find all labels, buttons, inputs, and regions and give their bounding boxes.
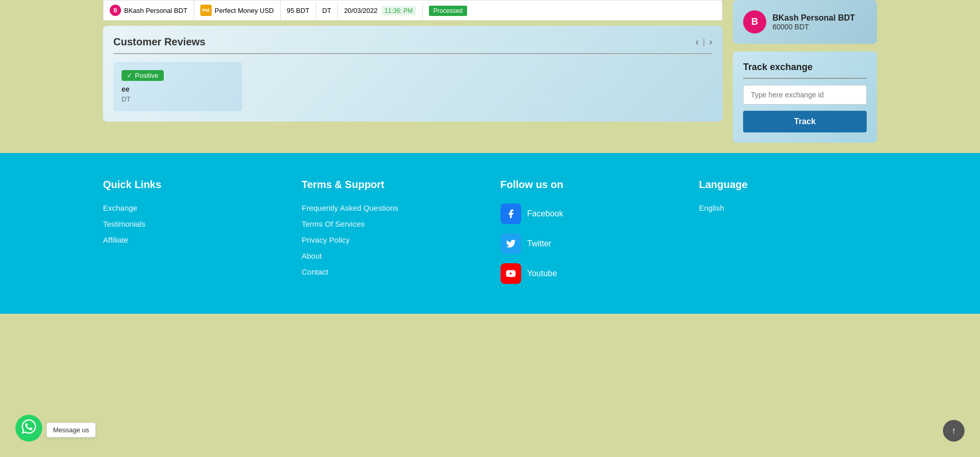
footer-col-language: Language English [699, 179, 877, 293]
social-twitter[interactable]: Twitter [501, 233, 679, 254]
sentiment-label: Positive [135, 72, 159, 79]
reviews-next-button[interactable]: › [709, 37, 712, 47]
review-type: DT [122, 95, 234, 103]
bkash-card: B BKash Personal BDT 60000 BDT [733, 0, 877, 44]
quick-links-heading: Quick Links [103, 179, 281, 191]
footer-link-testimonials[interactable]: Testimonials [103, 219, 281, 228]
footer-link-affiliate[interactable]: Affiliate [103, 235, 281, 244]
youtube-label: Youtube [527, 269, 557, 278]
footer-link-faq[interactable]: Frequently Asked Questions [302, 204, 480, 212]
social-facebook[interactable]: Facebook [501, 204, 679, 224]
footer-link-tos[interactable]: Terms Of Services [302, 219, 480, 228]
footer-link-about[interactable]: About [302, 251, 480, 260]
reviews-nav: ‹ | › [696, 37, 712, 47]
footer-link-english[interactable]: English [699, 204, 877, 212]
bkash-name: BKash Personal BDT [772, 13, 855, 23]
cell-status: Processed [423, 3, 474, 19]
reviews-title: Customer Reviews [113, 36, 205, 48]
track-button[interactable]: Track [743, 111, 867, 132]
reviews-header: Customer Reviews ‹ | › [113, 36, 712, 54]
to-label: Perfect Money USD [215, 7, 274, 14]
check-icon: ✓ [127, 72, 132, 79]
twitter-label: Twitter [527, 239, 552, 248]
review-card: ✓ Positive ee DT [113, 62, 242, 111]
footer-link-exchange[interactable]: Exchange [103, 204, 281, 212]
facebook-label: Facebook [527, 209, 563, 218]
language-heading: Language [699, 179, 877, 191]
nav-divider: | [703, 38, 705, 47]
transaction-table: B BKash Personal BDT PM Perfect Money US… [103, 0, 723, 21]
footer-grid: Quick Links Exchange Testimonials Affili… [103, 179, 877, 293]
from-label: BKash Personal BDT [124, 7, 187, 14]
twitter-icon [501, 233, 521, 254]
footer-col-follow: Follow us on Facebook Twitter [501, 179, 679, 293]
facebook-icon [501, 204, 521, 224]
cell-date: 20/03/2022 11:36: PM [338, 3, 422, 19]
cell-from: B BKash Personal BDT [104, 1, 194, 20]
transaction-row: B BKash Personal BDT PM Perfect Money US… [103, 0, 723, 21]
footer-col-terms: Terms & Support Frequently Asked Questio… [302, 179, 480, 293]
bkash-icon: B [110, 5, 121, 16]
footer-col-quick-links: Quick Links Exchange Testimonials Affili… [103, 179, 281, 293]
reviews-section: Customer Reviews ‹ | › ✓ Positive ee DT [103, 26, 723, 122]
footer: Quick Links Exchange Testimonials Affili… [0, 153, 980, 314]
youtube-icon [501, 263, 521, 284]
cell-amount: 95 BDT [281, 3, 316, 19]
positive-badge: ✓ Positive [122, 70, 164, 81]
status-badge: Processed [429, 6, 468, 16]
footer-link-privacy[interactable]: Privacy Policy [302, 235, 480, 244]
track-input[interactable] [743, 85, 867, 105]
follow-heading: Follow us on [501, 179, 679, 191]
review-user: ee [122, 85, 234, 93]
reviews-prev-button[interactable]: ‹ [696, 37, 699, 47]
bkash-info: BKash Personal BDT 60000 BDT [772, 13, 855, 31]
cell-to: PM Perfect Money USD [194, 1, 281, 20]
time-badge: 11:36: PM [382, 6, 416, 15]
track-card: Track exchange Track [733, 52, 877, 143]
pm-icon: PM [200, 5, 212, 16]
footer-link-contact[interactable]: Contact [302, 267, 480, 276]
sidebar: B BKash Personal BDT 60000 BDT Track exc… [733, 0, 877, 143]
terms-heading: Terms & Support [302, 179, 480, 191]
bkash-amount: 60000 BDT [772, 23, 855, 31]
cell-type: DT [316, 3, 338, 19]
social-youtube[interactable]: Youtube [501, 263, 679, 284]
bkash-logo-icon: B [743, 10, 766, 33]
track-title: Track exchange [743, 62, 867, 79]
